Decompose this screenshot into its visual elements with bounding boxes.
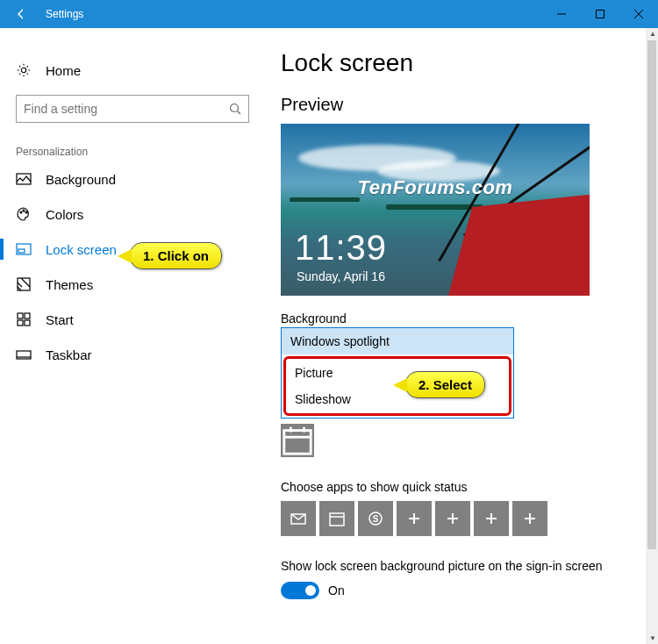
main-area: Home Personalization Background Colors L… [0, 28, 658, 644]
svg-rect-14 [18, 313, 23, 318]
minimize-button[interactable] [542, 0, 581, 28]
gear-icon [16, 62, 32, 78]
section-header: Personalization [16, 146, 272, 158]
sidebar-item-label: Colors [46, 207, 83, 222]
search-box[interactable] [16, 95, 249, 123]
close-button[interactable] [619, 0, 658, 28]
quick-status-app-add-4[interactable] [512, 501, 547, 536]
search-input[interactable] [24, 102, 229, 116]
picture-icon [16, 171, 32, 187]
mail-icon [290, 510, 307, 527]
svg-point-9 [23, 210, 25, 211]
preview-date: Sunday, April 16 [297, 269, 385, 283]
preview-watermark: TenForums.com [358, 176, 513, 199]
annotation-step-1: 1. Click on [130, 242, 222, 269]
plus-icon [483, 510, 500, 527]
sidebar-item-label: Start [46, 312, 74, 327]
svg-rect-15 [25, 313, 30, 318]
svg-rect-20 [284, 431, 311, 454]
sidebar-item-colors[interactable]: Colors [16, 197, 272, 232]
scroll-up-arrow[interactable]: ▲ [649, 30, 656, 38]
detailed-status-app-tile[interactable] [281, 424, 314, 457]
themes-icon [16, 276, 32, 292]
background-label: Background [281, 311, 640, 326]
quick-status-app-mail[interactable] [281, 501, 316, 536]
calendar-icon [328, 510, 346, 527]
preview-image[interactable]: TenForums.com 11:39 Sunday, April 16 [281, 124, 590, 296]
svg-point-4 [21, 68, 25, 72]
taskbar-icon [16, 347, 32, 362]
sidebar: Home Personalization Background Colors L… [0, 37, 272, 644]
sidebar-item-label: Taskbar [46, 347, 92, 362]
svg-rect-1 [597, 11, 604, 18]
quick-status-label: Choose apps to show quick status [281, 480, 640, 494]
svg-rect-17 [25, 320, 30, 326]
signin-picture-section: Show lock screen background picture on t… [281, 559, 640, 599]
svg-line-6 [238, 111, 241, 115]
quick-status-app-add-2[interactable] [435, 501, 470, 536]
toggle-label: Show lock screen background picture on t… [281, 559, 640, 573]
page-title: Lock screen [281, 49, 640, 77]
sidebar-item-label: Lock screen [46, 242, 117, 257]
svg-rect-18 [17, 351, 31, 359]
quick-status-app-add-1[interactable] [397, 501, 432, 536]
svg-point-8 [20, 211, 22, 213]
toggle-state-text: On [328, 583, 345, 597]
preview-header: Preview [281, 95, 640, 115]
svg-point-10 [25, 211, 27, 213]
svg-rect-25 [330, 513, 344, 526]
plus-icon [521, 510, 539, 527]
palette-icon [16, 206, 32, 222]
preview-time: 11:39 [295, 228, 387, 268]
quick-status-section: Choose apps to show quick status S [281, 480, 640, 536]
search-icon [229, 103, 241, 115]
dropdown-option-spotlight[interactable]: Windows spotlight [282, 328, 513, 354]
maximize-button[interactable] [581, 0, 619, 28]
svg-text:S: S [373, 514, 379, 524]
svg-rect-12 [18, 249, 25, 253]
signin-picture-toggle[interactable] [281, 582, 319, 599]
content: Lock screen Preview TenForums.com 11:39 … [272, 37, 658, 644]
sidebar-item-background[interactable]: Background [16, 161, 272, 197]
sidebar-item-label: Themes [46, 277, 93, 292]
plus-icon [444, 510, 461, 527]
sidebar-item-label: Background [46, 172, 116, 187]
quick-status-app-skype[interactable]: S [358, 501, 393, 536]
lockscreen-icon [16, 241, 32, 257]
back-button[interactable] [0, 0, 42, 28]
home-label: Home [46, 63, 81, 78]
calendar-icon [281, 424, 314, 457]
window-controls [542, 0, 658, 28]
sidebar-item-taskbar[interactable]: Taskbar [16, 337, 272, 372]
svg-rect-16 [18, 320, 23, 326]
home-link[interactable]: Home [16, 54, 272, 86]
annotation-step-2: 2. Select [405, 371, 485, 398]
svg-point-5 [231, 104, 239, 112]
sidebar-item-start[interactable]: Start [16, 302, 272, 337]
titlebar: Settings [0, 0, 658, 28]
scrollbar[interactable]: ▲ ▼ [646, 28, 658, 644]
scroll-down-arrow[interactable]: ▼ [649, 634, 656, 642]
plus-icon [405, 510, 423, 527]
start-icon [16, 311, 32, 327]
skype-icon: S [367, 510, 384, 527]
window-title: Settings [42, 8, 83, 20]
scroll-thumb[interactable] [647, 40, 656, 549]
sidebar-item-themes[interactable]: Themes [16, 267, 272, 302]
quick-status-app-calendar[interactable] [319, 501, 354, 536]
quick-status-app-add-3[interactable] [474, 501, 509, 536]
